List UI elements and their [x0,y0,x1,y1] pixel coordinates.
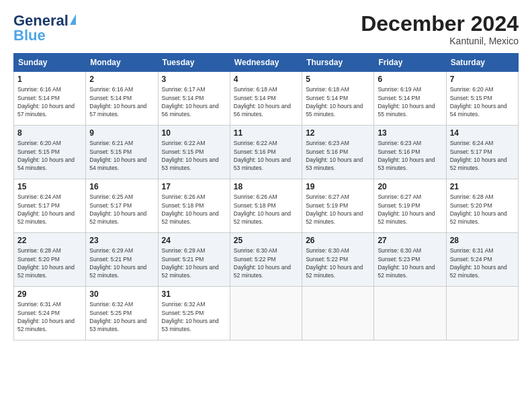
calendar-header-row: Sunday Monday Tuesday Wednesday Thursday… [14,54,519,72]
day-cell: 7 Sunrise: 6:20 AMSunset: 5:15 PMDayligh… [446,72,518,126]
day-cell: 31 Sunrise: 6:32 AMSunset: 5:25 PMDaylig… [158,287,230,340]
logo-triangle-icon [70,14,76,25]
day-number: 27 [378,236,442,245]
day-info: Sunrise: 6:24 AMSunset: 5:17 PMDaylight:… [17,193,75,225]
page: General Blue December 2024 Kantunil, Mex… [0,0,532,411]
day-info: Sunrise: 6:16 AMSunset: 5:14 PMDaylight:… [89,86,146,118]
day-cell: 23 Sunrise: 6:29 AMSunset: 5:21 PMDaylig… [86,233,158,287]
day-info: Sunrise: 6:27 AMSunset: 5:19 PMDaylight:… [306,193,363,225]
day-info: Sunrise: 6:27 AMSunset: 5:19 PMDaylight:… [378,193,435,225]
day-cell: 25 Sunrise: 6:30 AMSunset: 5:22 PMDaylig… [230,233,302,287]
day-cell: 16 Sunrise: 6:25 AMSunset: 5:17 PMDaylig… [86,179,158,233]
day-number: 29 [17,289,82,299]
title-block: December 2024 Kantunil, Mexico [361,12,519,46]
day-cell: 15 Sunrise: 6:24 AMSunset: 5:17 PMDaylig… [14,179,86,233]
logo-blue: Blue [13,27,46,44]
day-number: 10 [162,128,226,138]
day-info: Sunrise: 6:32 AMSunset: 5:25 PMDaylight:… [89,301,146,332]
day-info: Sunrise: 6:20 AMSunset: 5:15 PMDaylight:… [450,86,507,118]
header-wednesday: Wednesday [230,54,302,72]
day-info: Sunrise: 6:29 AMSunset: 5:21 PMDaylight:… [162,247,219,279]
day-cell: 20 Sunrise: 6:27 AMSunset: 5:19 PMDaylig… [374,179,446,233]
day-number: 30 [89,289,154,299]
day-info: Sunrise: 6:18 AMSunset: 5:14 PMDaylight:… [234,86,291,118]
day-cell: 2 Sunrise: 6:16 AMSunset: 5:14 PMDayligh… [86,72,158,126]
header-friday: Friday [374,54,446,72]
day-cell: 30 Sunrise: 6:32 AMSunset: 5:25 PMDaylig… [86,287,158,340]
day-info: Sunrise: 6:28 AMSunset: 5:20 PMDaylight:… [450,193,507,225]
day-info: Sunrise: 6:23 AMSunset: 5:16 PMDaylight:… [306,140,363,171]
day-info: Sunrise: 6:19 AMSunset: 5:14 PMDaylight:… [378,86,435,118]
day-number: 24 [162,236,226,245]
day-number: 28 [450,236,515,245]
day-info: Sunrise: 6:26 AMSunset: 5:18 PMDaylight:… [162,193,219,225]
day-number: 1 [17,75,82,84]
day-cell: 17 Sunrise: 6:26 AMSunset: 5:18 PMDaylig… [158,179,230,233]
day-number: 21 [450,182,515,191]
day-number: 19 [306,182,370,191]
calendar-week-row: 29 Sunrise: 6:31 AMSunset: 5:24 PMDaylig… [14,287,519,340]
day-number: 26 [306,236,370,245]
day-number: 3 [162,75,226,84]
day-cell: 10 Sunrise: 6:22 AMSunset: 5:15 PMDaylig… [158,126,230,179]
day-cell: 22 Sunrise: 6:28 AMSunset: 5:20 PMDaylig… [14,233,86,287]
day-number: 5 [306,75,370,84]
day-number: 20 [378,182,442,191]
day-cell: 1 Sunrise: 6:16 AMSunset: 5:14 PMDayligh… [14,72,86,126]
header-thursday: Thursday [302,54,374,72]
empty-cell [374,287,446,340]
day-info: Sunrise: 6:32 AMSunset: 5:25 PMDaylight:… [162,301,219,332]
day-number: 13 [378,128,442,138]
day-cell: 3 Sunrise: 6:17 AMSunset: 5:14 PMDayligh… [158,72,230,126]
day-info: Sunrise: 6:30 AMSunset: 5:23 PMDaylight:… [378,247,435,279]
day-info: Sunrise: 6:26 AMSunset: 5:18 PMDaylight:… [234,193,291,225]
day-cell: 6 Sunrise: 6:19 AMSunset: 5:14 PMDayligh… [374,72,446,126]
day-info: Sunrise: 6:31 AMSunset: 5:24 PMDaylight:… [17,301,75,332]
day-number: 25 [234,236,298,245]
day-number: 15 [17,182,82,191]
day-number: 14 [450,128,515,138]
day-number: 9 [89,128,154,138]
empty-cell [302,287,374,340]
day-cell: 26 Sunrise: 6:30 AMSunset: 5:22 PMDaylig… [302,233,374,287]
day-info: Sunrise: 6:31 AMSunset: 5:24 PMDaylight:… [450,247,507,279]
day-number: 16 [89,182,154,191]
day-info: Sunrise: 6:30 AMSunset: 5:22 PMDaylight:… [306,247,363,279]
day-cell: 9 Sunrise: 6:21 AMSunset: 5:15 PMDayligh… [86,126,158,179]
day-number: 18 [234,182,298,191]
day-cell: 27 Sunrise: 6:30 AMSunset: 5:23 PMDaylig… [374,233,446,287]
day-number: 4 [234,75,298,84]
day-info: Sunrise: 6:30 AMSunset: 5:22 PMDaylight:… [234,247,291,279]
header-tuesday: Tuesday [158,54,230,72]
day-number: 22 [17,236,82,245]
day-info: Sunrise: 6:25 AMSunset: 5:17 PMDaylight:… [89,193,146,225]
day-cell: 8 Sunrise: 6:20 AMSunset: 5:15 PMDayligh… [14,126,86,179]
empty-cell [446,287,518,340]
logo: General Blue [13,12,76,44]
day-info: Sunrise: 6:24 AMSunset: 5:17 PMDaylight:… [450,140,507,171]
calendar-week-row: 22 Sunrise: 6:28 AMSunset: 5:20 PMDaylig… [14,233,519,287]
day-cell: 28 Sunrise: 6:31 AMSunset: 5:24 PMDaylig… [446,233,518,287]
day-cell: 24 Sunrise: 6:29 AMSunset: 5:21 PMDaylig… [158,233,230,287]
day-cell: 5 Sunrise: 6:18 AMSunset: 5:14 PMDayligh… [302,72,374,126]
calendar-week-row: 8 Sunrise: 6:20 AMSunset: 5:15 PMDayligh… [14,126,519,179]
day-cell: 19 Sunrise: 6:27 AMSunset: 5:19 PMDaylig… [302,179,374,233]
day-info: Sunrise: 6:22 AMSunset: 5:16 PMDaylight:… [234,140,291,171]
header-sunday: Sunday [14,54,86,72]
day-cell: 18 Sunrise: 6:26 AMSunset: 5:18 PMDaylig… [230,179,302,233]
day-info: Sunrise: 6:17 AMSunset: 5:14 PMDaylight:… [162,86,219,118]
header: General Blue December 2024 Kantunil, Mex… [13,12,519,46]
day-cell: 14 Sunrise: 6:24 AMSunset: 5:17 PMDaylig… [446,126,518,179]
header-saturday: Saturday [446,54,518,72]
day-cell: 12 Sunrise: 6:23 AMSunset: 5:16 PMDaylig… [302,126,374,179]
day-number: 2 [89,75,154,84]
day-info: Sunrise: 6:23 AMSunset: 5:16 PMDaylight:… [378,140,435,171]
day-cell: 11 Sunrise: 6:22 AMSunset: 5:16 PMDaylig… [230,126,302,179]
empty-cell [230,287,302,340]
calendar-week-row: 1 Sunrise: 6:16 AMSunset: 5:14 PMDayligh… [14,72,519,126]
day-info: Sunrise: 6:18 AMSunset: 5:14 PMDaylight:… [306,86,363,118]
day-info: Sunrise: 6:22 AMSunset: 5:15 PMDaylight:… [162,140,219,171]
day-number: 7 [450,75,515,84]
day-number: 23 [89,236,154,245]
day-number: 17 [162,182,226,191]
